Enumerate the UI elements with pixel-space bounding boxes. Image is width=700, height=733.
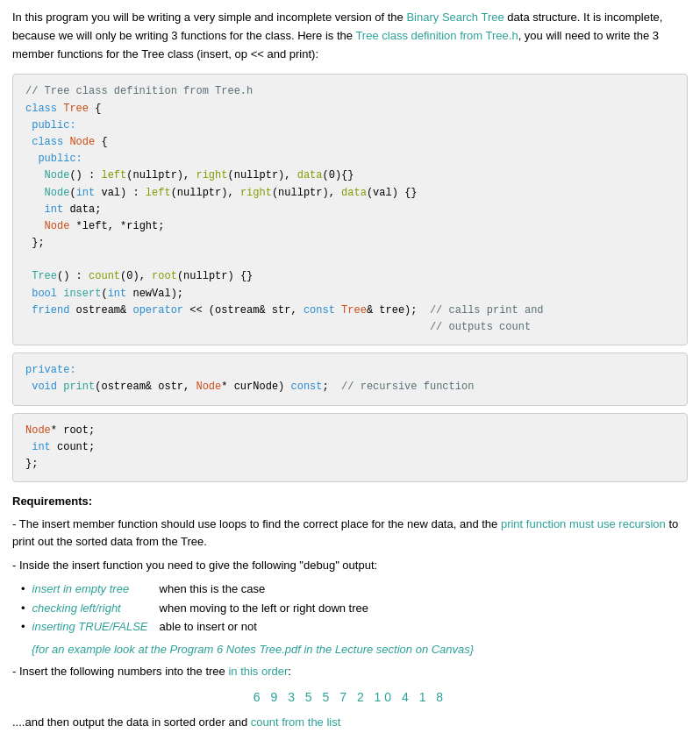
intro-highlight-2: Tree class definition from Tree.h (355, 29, 518, 42)
list-item-3: inserting TRUE/FALSE able to insert or n… (21, 618, 688, 636)
code-block-1: // Tree class definition from Tree.h cla… (12, 74, 688, 345)
bullet-label-1: insert in empty tree (32, 580, 160, 598)
bullet-label-2: checking left/right (32, 600, 160, 617)
list-item-2: checking left/right when moving to the l… (21, 600, 688, 617)
intro-paragraph: In this program you will be writing a ve… (12, 9, 688, 63)
debug-output-list: insert in empty tree when this is the ca… (21, 580, 688, 636)
bullet-desc-3: able to insert or not (160, 618, 257, 636)
bullet-desc-1: when this is the case (160, 580, 266, 598)
number-sequence: 6 9 3 5 5 7 2 10 4 1 8 (12, 688, 688, 707)
req-para-2: - Inside the insert function you need to… (12, 557, 688, 575)
req-para-3: - Insert the following numbers into the … (12, 663, 688, 681)
intro-highlight-1: Binary Search Tree (406, 11, 504, 24)
list-item-1: insert in empty tree when this is the ca… (21, 580, 688, 598)
bullet-label-3: inserting TRUE/FALSE (32, 618, 160, 636)
req-para-1: - The insert member function should use … (12, 516, 688, 552)
bullet-desc-2: when moving to the left or right down tr… (160, 600, 368, 617)
canvas-note: {for an example look at the Program 6 No… (32, 641, 688, 658)
requirements-title: Requirements: (12, 493, 688, 510)
code-block-3: Node* root; int count; }; (12, 413, 688, 483)
code-block-2: private: void print(ostream& ostr, Node*… (12, 352, 688, 405)
req-para-4: ....and then output the data in sorted o… (12, 714, 688, 732)
